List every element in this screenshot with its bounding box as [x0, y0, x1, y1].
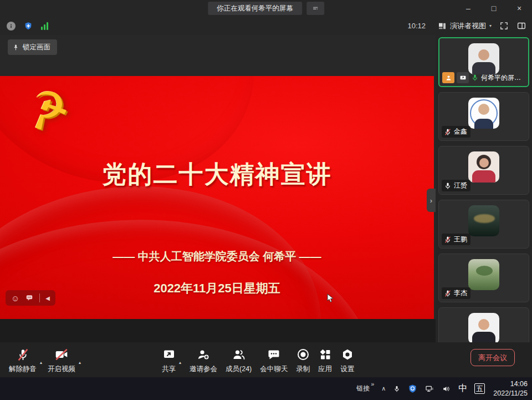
- mic-muted-icon: [16, 347, 30, 362]
- hamburger-icon: [311, 4, 319, 12]
- video-options-caret[interactable]: ▴: [79, 360, 81, 365]
- participant-name: 江赟: [454, 181, 467, 190]
- sidebar-layout-icon[interactable]: [516, 21, 526, 31]
- mic-muted-icon: [444, 236, 452, 244]
- collapse-left-icon[interactable]: ◀: [45, 295, 50, 301]
- meeting-timer: 10:12: [407, 22, 426, 30]
- meeting-toolbar: 解除静音 ▴ 开启视频 ▴ 共享 ▴: [0, 342, 532, 377]
- settings-label: 设置: [340, 364, 354, 374]
- chat-label: 会中聊天: [260, 364, 288, 374]
- participant-tile-partial[interactable]: [438, 307, 529, 342]
- windows-taskbar: 链接 » ∧ 中 五 14:06 2022/11/25: [0, 377, 532, 400]
- lock-view-label: 锁定画面: [23, 43, 50, 52]
- pin-icon: [12, 44, 19, 51]
- camera-off-icon: [54, 347, 69, 362]
- invite-button[interactable]: 邀请参会: [190, 347, 217, 374]
- stage-letterbox: [0, 319, 436, 342]
- slide-subtitle: —— 中共人工智能学院委员会 何希平 ——: [0, 249, 434, 264]
- avatar: [468, 43, 499, 74]
- view-mode-dropdown[interactable]: 演讲者视图 ▾: [438, 21, 492, 31]
- ime-language-indicator[interactable]: 中: [458, 383, 467, 394]
- apps-grid-icon: [319, 347, 332, 362]
- record-label: 录制: [296, 364, 310, 374]
- slide-date: 2022年11月25日星期五: [0, 280, 434, 297]
- network-signal-icon[interactable]: [41, 22, 48, 30]
- close-button[interactable]: ×: [507, 0, 532, 17]
- lock-view-button[interactable]: 锁定画面: [8, 39, 57, 55]
- start-video-label: 开启视频: [48, 364, 75, 374]
- mic-on-icon: [471, 74, 479, 82]
- shared-screen-stage: 锁定画面 ☭ 党的二十大精神宣讲 —— 中共人工智能学院委员会 何希平 —— 2…: [0, 35, 436, 342]
- avatar: [468, 98, 499, 129]
- tray-mic-icon[interactable]: [393, 384, 401, 393]
- tray-expand-icon[interactable]: ∧: [381, 385, 386, 392]
- chevron-right-icon: ›: [430, 196, 432, 205]
- view-mode-label: 演讲者视图: [450, 21, 486, 31]
- party-emblem-icon: ☭: [21, 80, 76, 139]
- ime-mode-indicator[interactable]: 五: [474, 383, 485, 394]
- host-badge-icon: [442, 72, 454, 83]
- invite-label: 邀请参会: [190, 364, 217, 374]
- watching-title: 你正在观看何希平的屏幕: [208, 2, 302, 15]
- person-plus-icon: [197, 347, 210, 362]
- link-label: 链接: [356, 384, 370, 393]
- unmute-label: 解除静音: [9, 364, 37, 374]
- participant-name: 何希平的屏幕...: [481, 73, 525, 83]
- share-screen-button[interactable]: 共享: [162, 347, 176, 374]
- chat-bubble-button[interactable]: [25, 294, 34, 302]
- participant-tile-lijie[interactable]: 李杰: [438, 254, 529, 302]
- settings-button[interactable]: 设置: [340, 347, 354, 374]
- leave-meeting-button[interactable]: 离开会议: [470, 349, 515, 366]
- unmute-button[interactable]: 解除静音: [9, 347, 37, 374]
- mouse-cursor: [326, 293, 335, 303]
- screen-share-badge-icon: [457, 72, 469, 83]
- title-menu-button[interactable]: [306, 2, 324, 15]
- participant-tile-jiangyun[interactable]: 江赟: [438, 146, 529, 195]
- record-button[interactable]: 录制: [296, 347, 310, 374]
- overflow-chevrons-icon: »: [371, 381, 374, 387]
- apps-label: 应用: [318, 364, 332, 374]
- taskbar-link-item[interactable]: 链接 »: [356, 384, 374, 393]
- share-options-caret[interactable]: ▴: [179, 360, 181, 365]
- participant-tile-jinxin[interactable]: 金鑫: [438, 92, 529, 141]
- participant-name: 金鑫: [454, 127, 467, 136]
- members-button[interactable]: 成员(24): [226, 347, 252, 374]
- avatar: [468, 313, 499, 342]
- taskbar-clock[interactable]: 14:06 2022/11/25: [493, 379, 528, 398]
- divider: [39, 293, 40, 302]
- settings-gear-icon: [341, 347, 354, 362]
- security-shield-icon[interactable]: [24, 22, 33, 31]
- mic-muted-icon: [444, 128, 452, 136]
- chat-button[interactable]: 会中聊天: [260, 347, 288, 374]
- meeting-info-icon[interactable]: [7, 22, 16, 31]
- participant-name: 王鹏: [454, 235, 467, 244]
- avatar: [468, 259, 499, 290]
- fullscreen-icon[interactable]: [499, 21, 509, 31]
- sidebar-collapse-handle[interactable]: ›: [427, 189, 436, 212]
- members-label: 成员(24): [226, 364, 252, 374]
- mic-options-caret[interactable]: ▴: [40, 360, 42, 365]
- people-icon: [232, 347, 245, 362]
- mic-muted-icon: [444, 290, 452, 297]
- record-icon: [296, 347, 310, 362]
- reaction-bar: ☺ ◀: [6, 290, 55, 306]
- avatar: [468, 151, 499, 183]
- chat-bubble-icon: [267, 347, 280, 362]
- share-screen-icon: [162, 347, 176, 362]
- tray-network-icon[interactable]: [424, 384, 434, 393]
- participant-tile-hexiping[interactable]: 何希平的屏幕...: [438, 37, 529, 87]
- mic-on-icon: [444, 182, 452, 190]
- window-titlebar: 你正在观看何希平的屏幕 – □ ×: [0, 0, 532, 17]
- tray-shield-icon[interactable]: [408, 384, 417, 393]
- presentation-slide: ☭ 党的二十大精神宣讲 —— 中共人工智能学院委员会 何希平 —— 2022年1…: [0, 76, 434, 319]
- emoji-reaction-button[interactable]: ☺: [11, 294, 19, 302]
- participant-tile-wangpeng[interactable]: 王鹏: [438, 200, 529, 249]
- participant-name: 李杰: [454, 288, 467, 298]
- tray-speaker-icon[interactable]: [442, 384, 451, 393]
- maximize-button[interactable]: □: [481, 0, 507, 17]
- apps-button[interactable]: 应用: [318, 347, 332, 374]
- taskbar-date: 2022/11/25: [493, 389, 528, 398]
- minimize-button[interactable]: –: [456, 0, 481, 17]
- start-video-button[interactable]: 开启视频: [48, 347, 75, 374]
- meeting-topbar: 10:12 演讲者视图 ▾: [0, 17, 532, 35]
